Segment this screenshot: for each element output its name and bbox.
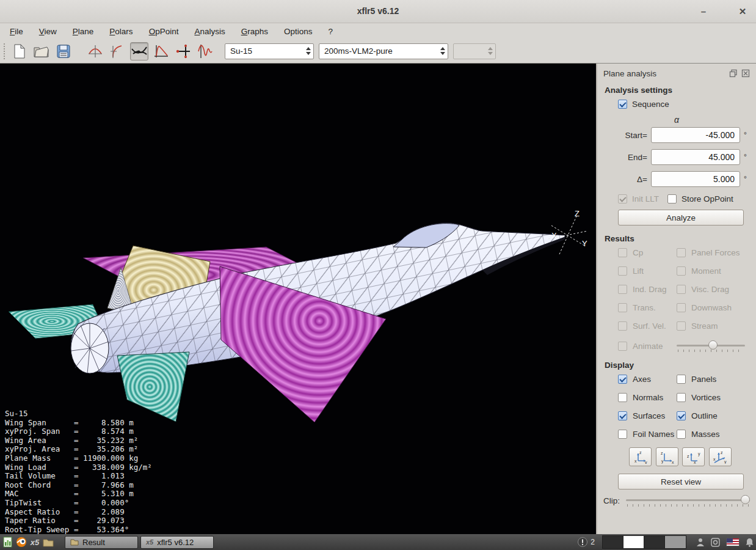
foil-design-icon <box>87 43 103 59</box>
workspace-3[interactable] <box>644 536 665 548</box>
folder-icon <box>70 538 79 546</box>
launcher-folder-icon[interactable] <box>43 537 54 548</box>
notification-icon[interactable] <box>578 537 587 547</box>
svg-text:y: y <box>645 460 647 464</box>
open-folder-icon <box>34 45 49 58</box>
view-zx-icon: zyx <box>660 450 674 464</box>
launcher-chart-doc-icon[interactable] <box>2 537 13 548</box>
keyboard-layout-flag-icon[interactable] <box>726 538 740 546</box>
svg-text:x: x <box>634 459 637 463</box>
clip-slider-handle[interactable] <box>741 495 750 504</box>
svg-text:y: y <box>698 452 700 457</box>
cp-view-button[interactable] <box>174 42 192 61</box>
normals-checkbox-box <box>618 393 627 402</box>
polar-view-button[interactable] <box>152 42 170 61</box>
view-iso-icon: zxy <box>713 450 727 464</box>
ind-drag-label: Ind. Drag <box>633 285 667 294</box>
stream-label: Stream <box>691 321 718 331</box>
outline-checkbox[interactable]: Outline <box>677 411 750 420</box>
menu-analysis[interactable]: Analysis <box>188 25 231 38</box>
results-heading: Results <box>605 234 750 243</box>
menu-view[interactable]: View <box>33 25 63 38</box>
view-iso-button[interactable]: zxy <box>709 447 732 466</box>
analyze-button[interactable]: Analyze <box>618 210 744 226</box>
delta-input[interactable] <box>651 171 740 187</box>
menu-oppoint[interactable]: OpPoint <box>143 25 185 38</box>
workspace-2[interactable] <box>623 536 644 548</box>
panel-title: Plane analysis <box>603 69 729 78</box>
view-zx-button[interactable]: zyx <box>656 447 678 466</box>
vortices-checkbox[interactable]: Vortices <box>677 393 750 402</box>
save-floppy-icon <box>57 45 70 58</box>
menu-help[interactable]: ? <box>322 25 340 38</box>
new-project-button[interactable] <box>10 42 29 61</box>
taskbar-window-result-label: Result <box>82 538 105 547</box>
panels-checkbox[interactable]: Panels <box>677 375 750 384</box>
start-input[interactable] <box>651 127 740 143</box>
save-button[interactable] <box>54 42 73 61</box>
moment-label: Moment <box>691 266 721 276</box>
close-button[interactable]: ✕ <box>734 5 751 18</box>
float-panel-icon[interactable] <box>729 69 738 78</box>
tray-app-icon[interactable] <box>711 538 720 547</box>
user-tray-icon[interactable] <box>696 538 705 547</box>
launcher-xflr5-icon[interactable]: x5 <box>29 537 40 548</box>
normals-label: Normals <box>633 393 663 402</box>
menu-graphs[interactable]: Graphs <box>235 25 274 38</box>
workspace-4[interactable] <box>665 536 686 548</box>
close-panel-icon[interactable] <box>741 69 750 78</box>
clip-slider[interactable] <box>626 494 750 507</box>
surf-vel-label: Surf. Vel. <box>633 321 666 331</box>
polar-curve-icon <box>153 43 169 59</box>
normals-checkbox[interactable]: Normals <box>618 393 677 402</box>
axes-checkbox[interactable]: Axes <box>618 375 677 384</box>
init-llt-label: Init LLT <box>632 194 659 204</box>
plane-design-button[interactable] <box>130 42 148 61</box>
clip-slider-groove[interactable] <box>626 499 750 501</box>
outline-label: Outline <box>691 411 718 420</box>
ind-drag-checkbox-box <box>618 285 627 294</box>
reset-view-button[interactable]: Reset view <box>618 474 744 490</box>
stream-checkbox-box <box>677 321 686 331</box>
menu-file[interactable]: File <box>4 25 29 38</box>
launcher-blender-icon[interactable] <box>16 537 27 548</box>
bell-icon[interactable] <box>746 538 754 547</box>
animate-label: Animate <box>633 342 663 351</box>
foil-inverse-design-button[interactable] <box>108 42 126 61</box>
svg-text:y: y <box>661 459 664 464</box>
svg-text:x: x <box>694 460 696 464</box>
3d-viewport[interactable]: Z X Y Su-15 Wing Span = 8.580 m xyProj. … <box>0 64 596 534</box>
menu-plane[interactable]: Plane <box>67 25 100 38</box>
foil-direct-design-button[interactable] <box>86 42 104 61</box>
downwash-label: Downwash <box>691 303 732 312</box>
menu-options[interactable]: Options <box>278 25 319 38</box>
surfaces-checkbox[interactable]: Surfaces <box>618 411 677 420</box>
sequence-checkbox[interactable]: Sequence <box>618 100 750 109</box>
inverse-design-icon <box>109 43 125 59</box>
plane-select[interactable]: Su-15 <box>225 43 314 59</box>
init-llt-checkbox: Init LLT <box>618 194 659 204</box>
stability-view-button[interactable] <box>196 42 214 61</box>
menu-polars[interactable]: Polars <box>103 25 139 38</box>
polar-select[interactable]: 200ms-VLM2-pure <box>319 43 448 59</box>
workspace-1[interactable] <box>603 536 623 548</box>
moment-checkbox: Moment <box>677 266 750 276</box>
view-xy-button[interactable]: yzx <box>682 447 705 466</box>
end-input[interactable] <box>651 149 740 165</box>
axes-checkbox-box <box>618 375 627 384</box>
masses-checkbox-box <box>677 430 686 439</box>
combo-spin-icon <box>440 47 445 55</box>
toolbar-drag-handle[interactable] <box>2 43 6 59</box>
open-button[interactable] <box>32 42 51 61</box>
svg-text:z: z <box>687 454 689 458</box>
axis-x-label: X <box>551 231 557 240</box>
masses-checkbox[interactable]: Masses <box>677 430 750 439</box>
taskbar-window-xflr5[interactable]: x5 xflr5 v6.12 <box>140 536 214 549</box>
store-oppoint-label: Store OpPoint <box>681 194 733 204</box>
view-xz-button[interactable]: zxy <box>629 447 652 466</box>
minimize-button[interactable]: – <box>695 5 712 18</box>
svg-text:z: z <box>639 450 642 455</box>
taskbar-window-result[interactable]: Result <box>65 536 138 549</box>
store-oppoint-checkbox[interactable]: Store OpPoint <box>667 194 733 204</box>
foil-names-checkbox[interactable]: Foil Names <box>618 430 677 439</box>
